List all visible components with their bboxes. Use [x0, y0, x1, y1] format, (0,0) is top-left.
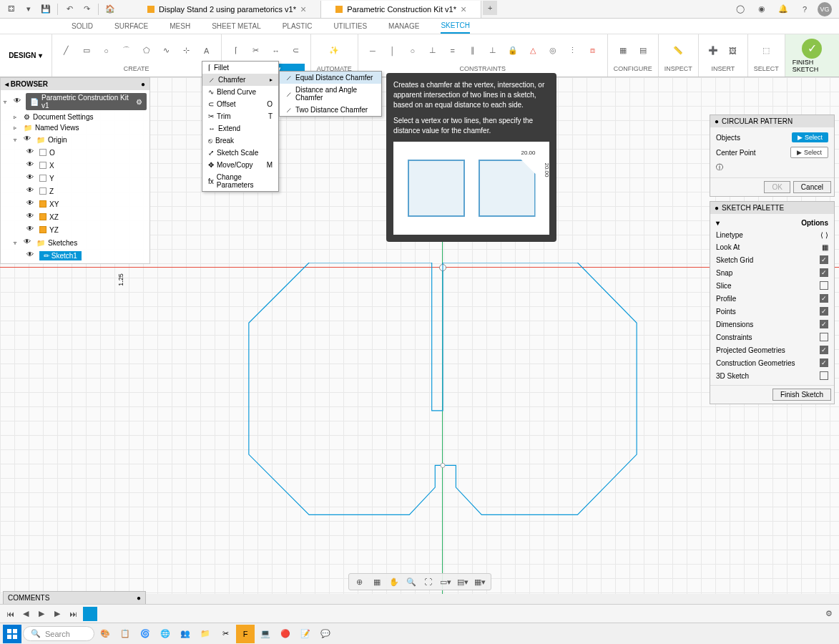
trim-icon[interactable]: ✂: [247, 42, 265, 59]
rectangle-icon[interactable]: ▭: [78, 42, 95, 59]
tree-item[interactable]: ▹📁Named Views: [1, 122, 149, 133]
option-points[interactable]: Points✓: [713, 305, 831, 318]
tree-root[interactable]: ▿👁 📄 Parametric Construction Kit v1 ⚙: [1, 92, 149, 112]
group-label[interactable]: CONFIGURE: [614, 64, 652, 74]
taskbar-app-icon[interactable]: 🌐: [156, 625, 175, 643]
close-icon[interactable]: ×: [461, 4, 466, 15]
fillet-icon[interactable]: ⌈: [227, 42, 245, 59]
close-icon[interactable]: ×: [300, 4, 306, 15]
collinear-icon[interactable]: ⋮: [564, 42, 582, 59]
sketch-geometry[interactable]: [190, 263, 696, 520]
tree-item[interactable]: ▿👁📁Origin: [1, 133, 149, 146]
option-slice[interactable]: Slice: [713, 279, 831, 292]
menu-item-blend[interactable]: ∿ Blend Curve: [202, 86, 278, 98]
taskbar-search[interactable]: 🔍 Search: [23, 626, 94, 641]
parallel-icon[interactable]: ∥: [464, 42, 481, 59]
submenu-equal-distance[interactable]: ⟋ Equal Distance Chamfer: [280, 72, 381, 84]
menu-item-extend[interactable]: ↔ Extend: [202, 122, 278, 135]
option-profile[interactable]: Profile✓: [713, 292, 831, 305]
design-dropdown[interactable]: DESIGN▾: [0, 34, 52, 77]
panel-header[interactable]: ● SKETCH PALETTE: [710, 202, 834, 214]
finish-sketch-button[interactable]: ✓ FINISH SKETCH: [785, 34, 839, 77]
timeline-forward-icon[interactable]: ▶: [51, 608, 63, 620]
timeline-end-icon[interactable]: ⏭: [67, 608, 79, 620]
menu-item-break[interactable]: ⎋ Break: [202, 135, 278, 147]
panel-header[interactable]: ● CIRCULAR PATTERN: [710, 115, 834, 127]
job-status-icon[interactable]: ◉: [755, 2, 769, 16]
taskbar-app-icon[interactable]: 📝: [296, 625, 315, 643]
polygon-icon[interactable]: ⬠: [138, 42, 155, 59]
select-button[interactable]: ▶ Select: [790, 147, 828, 158]
coincident-icon[interactable]: ○: [404, 42, 421, 59]
select-button[interactable]: ▶ Select: [792, 132, 828, 142]
start-button[interactable]: [3, 625, 21, 643]
save-icon[interactable]: 💾: [39, 2, 53, 16]
tree-item[interactable]: 👁YZ: [1, 223, 149, 236]
timeline-settings-icon[interactable]: ⚙: [823, 608, 835, 620]
option-sketchgrid[interactable]: Sketch Grid✓: [713, 253, 831, 266]
tree-item[interactable]: ▹⚙Document Settings: [1, 112, 149, 122]
tab-sketch[interactable]: SKETCH: [441, 19, 470, 34]
circle-icon[interactable]: ○: [98, 42, 115, 59]
tree-item[interactable]: 👁Z: [1, 185, 149, 197]
tangent-icon[interactable]: ⊥: [424, 42, 441, 59]
menu-item-trim[interactable]: ✂ TrimT: [202, 110, 278, 122]
option-dimensions[interactable]: Dimensions✓: [713, 318, 831, 331]
select-icon[interactable]: ⬚: [757, 42, 775, 59]
browser-header[interactable]: ◂ BROWSER ●: [1, 78, 149, 90]
user-avatar[interactable]: VG: [818, 2, 832, 16]
extension-icon[interactable]: ◯: [733, 2, 747, 16]
taskbar-app-icon[interactable]: 👥: [176, 625, 195, 643]
menu-item-scale[interactable]: ⤢ Sketch Scale: [202, 147, 278, 159]
option-3dsketch[interactable]: 3D Sketch: [713, 369, 831, 382]
document-tab-2[interactable]: Parametric Construction Kit v1* ×: [321, 1, 481, 18]
image-icon[interactable]: 🖼: [725, 42, 742, 59]
tree-item[interactable]: 👁O: [1, 146, 149, 159]
tab-sheetmetal[interactable]: SHEET METAL: [212, 19, 261, 33]
point-icon[interactable]: ⊹: [178, 42, 195, 59]
text-icon[interactable]: A: [198, 42, 215, 59]
arc-icon[interactable]: ⌒: [118, 42, 135, 59]
insert-icon[interactable]: ➕: [705, 42, 722, 59]
taskbar-app-icon[interactable]: 💬: [316, 625, 335, 643]
pan-icon[interactable]: ✋: [388, 575, 401, 588]
menu-item-chamfer[interactable]: ⟋ Chamfer▸: [202, 74, 278, 86]
zoom-icon[interactable]: 🔍: [405, 575, 418, 588]
tab-plastic[interactable]: PLASTIC: [283, 19, 313, 33]
option-constraints[interactable]: Constraints: [713, 331, 831, 343]
group-label[interactable]: CREATE: [124, 64, 149, 74]
finish-sketch-button[interactable]: Finish Sketch: [772, 389, 831, 401]
symmetry-icon[interactable]: ⧈: [584, 42, 602, 59]
group-label[interactable]: CONSTRAINTS: [460, 64, 506, 74]
taskbar-app-icon[interactable]: 🔴: [276, 625, 295, 643]
submenu-two-distance[interactable]: ⟋ Two Distance Chamfer: [280, 104, 381, 116]
menu-item-offset[interactable]: ⊂ OffsetO: [202, 98, 278, 110]
extend-icon[interactable]: ↔: [268, 42, 285, 59]
ok-button[interactable]: OK: [764, 181, 790, 193]
tree-item[interactable]: 👁✏ Sketch1: [1, 249, 149, 262]
menu-item-move[interactable]: ✥ Move/CopyM: [202, 159, 278, 171]
look-icon[interactable]: ▦: [371, 575, 383, 588]
options-icon[interactable]: ●: [141, 80, 145, 88]
fix-icon[interactable]: 🔒: [504, 42, 521, 59]
timeline-back-icon[interactable]: ◀: [20, 608, 31, 620]
display-icon[interactable]: ▭▾: [439, 575, 452, 588]
option-construction[interactable]: Construction Geometries✓: [713, 356, 831, 369]
midpoint-icon[interactable]: △: [524, 42, 541, 59]
tree-item[interactable]: 👁XY: [1, 197, 149, 210]
tab-solid[interactable]: SOLID: [72, 19, 93, 33]
new-icon[interactable]: ▾: [21, 2, 36, 16]
grid-icon[interactable]: ▤▾: [456, 575, 469, 588]
submenu-distance-angle[interactable]: ⟋ Distance and Angle Chamfer: [280, 84, 381, 104]
option-projected[interactable]: Projected Geometries✓: [713, 343, 831, 356]
inspect-icon[interactable]: 📏: [669, 42, 687, 59]
timeline-start-icon[interactable]: ⏮: [4, 608, 16, 620]
document-tab-1[interactable]: Display Stand 2 using parametorics v1* ×: [133, 1, 321, 18]
spline-icon[interactable]: ∿: [158, 42, 175, 59]
taskbar-app-icon[interactable]: ✂: [216, 625, 235, 643]
horizontal-icon[interactable]: ─: [364, 42, 381, 59]
comments-bar[interactable]: COMMENTS●: [3, 591, 146, 605]
group-label[interactable]: INSERT: [711, 64, 735, 74]
tree-item[interactable]: ▿👁📁Sketches: [1, 236, 149, 249]
tab-manage[interactable]: MANAGE: [388, 19, 419, 33]
